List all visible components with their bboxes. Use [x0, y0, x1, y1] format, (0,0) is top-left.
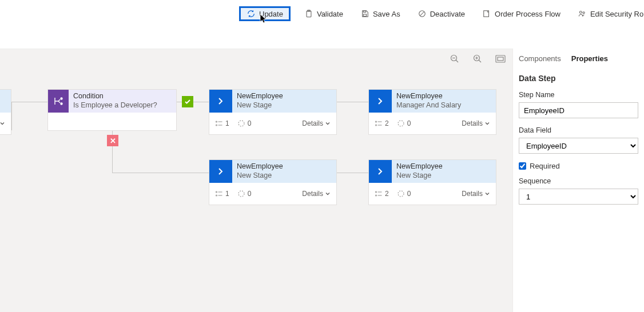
condition-true-icon — [182, 96, 193, 107]
save-as-button[interactable]: Save As — [357, 7, 404, 21]
svg-point-21 — [216, 195, 217, 196]
zoom-out-icon[interactable] — [450, 54, 460, 64]
condition-subtitle: Is Employee a Developer? — [73, 101, 172, 110]
loops-count: 0 — [397, 119, 411, 127]
data-field-select[interactable]: EmployeeID — [519, 138, 638, 154]
validate-label: Validate — [317, 10, 343, 18]
update-label: Update — [259, 10, 283, 18]
clipboard-icon — [304, 9, 313, 18]
deactivate-button[interactable]: Deactivate — [414, 7, 468, 21]
connector — [337, 173, 368, 173]
svg-rect-3 — [363, 14, 366, 17]
stage-node[interactable]: NewEmployee New Stage 1 0 Details — [209, 89, 337, 135]
details-toggle[interactable]: Details — [302, 190, 331, 198]
panel-title: Data Step — [519, 74, 638, 83]
refresh-icon — [247, 9, 256, 18]
fit-screen-icon[interactable] — [495, 55, 506, 63]
tab-properties[interactable]: Properties — [571, 54, 608, 63]
svg-rect-0 — [307, 11, 311, 17]
stage-icon — [369, 160, 392, 183]
svg-point-18 — [376, 125, 377, 126]
zoom-in-icon[interactable] — [472, 54, 483, 64]
required-label: Required — [530, 162, 560, 170]
sequence-select[interactable]: 1 — [519, 189, 638, 205]
details-toggle[interactable]: Details — [302, 119, 331, 127]
order-icon — [482, 9, 491, 18]
condition-node[interactable]: Condition Is Employee a Developer? — [47, 89, 177, 131]
svg-rect-11 — [498, 57, 503, 61]
steps-count: 2 — [375, 190, 389, 198]
save-as-label: Save As — [373, 10, 400, 18]
tab-components[interactable]: Components — [519, 54, 561, 63]
svg-point-24 — [376, 195, 377, 196]
stage-subtitle: Manager And Salary — [396, 101, 491, 110]
order-flow-button[interactable]: Order Process Flow — [479, 7, 564, 21]
roles-icon — [578, 9, 587, 18]
order-flow-label: Order Process Flow — [495, 10, 560, 18]
stage-node[interactable]: NewEmployee New Stage 2 0 Details — [368, 159, 496, 205]
stage-title: NewEmployee — [237, 92, 332, 101]
svg-point-22 — [238, 191, 244, 197]
condition-title: Condition — [73, 92, 172, 101]
stage-title: NewEmployee — [396, 162, 491, 171]
svg-point-12 — [61, 98, 62, 99]
steps-count: 1 — [215, 119, 229, 127]
deactivate-icon — [418, 9, 427, 18]
stage-title — [0, 92, 6, 101]
connector — [112, 173, 209, 173]
stage-subtitle: New Stage — [396, 171, 491, 181]
svg-point-13 — [61, 103, 62, 105]
edit-roles-label: Edit Security Roles — [590, 10, 644, 18]
toolbar: Update Validate Save As Deactivate — [0, 0, 644, 27]
stage-title: NewEmployee — [396, 92, 491, 101]
stage-subtitle: New Stage — [237, 171, 332, 181]
loops-count: 0 — [237, 119, 252, 127]
deactivate-label: Deactivate — [430, 10, 465, 18]
validate-button[interactable]: Validate — [301, 7, 347, 21]
details-toggle[interactable]: ls — [0, 119, 5, 127]
stage-node[interactable]: NewEmployee New Stage 1 0 Details — [209, 159, 337, 205]
connector — [337, 102, 368, 102]
stage-subtitle: New Stage — [237, 101, 332, 110]
svg-point-16 — [238, 121, 244, 126]
properties-panel: Components Properties Data Step Step Nam… — [512, 49, 644, 312]
condition-icon — [48, 90, 69, 113]
details-toggle[interactable]: Details — [462, 119, 490, 127]
steps-count: 1 — [215, 190, 229, 198]
stage-node[interactable]: n ls — [0, 89, 11, 135]
steps-count: 2 — [375, 119, 389, 127]
condition-false-icon: ✕ — [107, 135, 118, 146]
stage-node[interactable]: NewEmployee Manager And Salary 2 0 Detai… — [368, 89, 496, 135]
stage-icon — [209, 160, 232, 183]
svg-point-14 — [216, 121, 217, 122]
required-checkbox[interactable] — [519, 162, 526, 170]
svg-point-15 — [216, 125, 217, 126]
svg-point-6 — [579, 11, 582, 13]
loops-count: 0 — [397, 190, 411, 198]
update-button[interactable]: Update — [239, 6, 291, 21]
details-toggle[interactable]: Details — [462, 190, 490, 198]
save-icon — [360, 9, 369, 18]
edit-roles-button[interactable]: Edit Security Roles — [574, 7, 644, 21]
stage-subtitle: n — [0, 101, 6, 110]
connector — [11, 102, 12, 130]
step-name-label: Step Name — [519, 91, 638, 99]
svg-point-20 — [216, 191, 217, 193]
data-field-label: Data Field — [519, 126, 638, 134]
stage-icon — [209, 90, 232, 113]
sequence-label: Sequence — [519, 177, 638, 185]
svg-rect-2 — [363, 11, 365, 13]
loops-count: 0 — [237, 190, 252, 198]
process-canvas[interactable]: n ls Condition Is Employee — [0, 49, 512, 312]
svg-point-23 — [376, 191, 377, 193]
svg-point-7 — [583, 12, 585, 14]
stage-title: NewEmployee — [237, 162, 332, 171]
svg-point-25 — [398, 191, 404, 197]
svg-point-17 — [376, 121, 377, 122]
svg-point-19 — [398, 121, 404, 126]
step-name-field[interactable] — [519, 102, 638, 118]
stage-icon — [369, 90, 392, 113]
